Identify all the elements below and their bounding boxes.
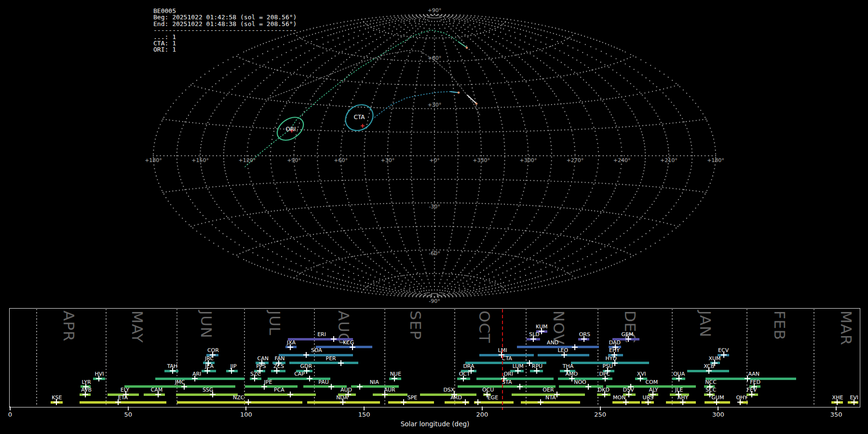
grid-dot: [600, 99, 601, 100]
grid-dot: [283, 155, 284, 156]
grid-dot: [313, 48, 314, 49]
grid-dot: [286, 209, 287, 210]
grid-dot: [376, 293, 377, 294]
grid-dot: [664, 74, 665, 75]
grid-dot: [528, 288, 529, 289]
grid-dot: [446, 21, 447, 22]
grid-dot: [702, 119, 703, 120]
grid-dot: [239, 95, 240, 96]
grid-dot: [636, 89, 637, 90]
grid-dot: [387, 169, 388, 170]
grid-dot: [434, 95, 435, 96]
grid-dot: [596, 93, 597, 94]
grid-dot: [492, 92, 493, 93]
grid-dot: [644, 164, 645, 165]
grid-dot: [381, 232, 382, 233]
grid-dot: [211, 116, 212, 117]
grid-dot: [604, 66, 605, 67]
grid-dot: [329, 205, 330, 206]
grid-dot: [382, 287, 383, 288]
grid-dot: [568, 155, 569, 156]
grid-dot: [357, 255, 358, 256]
grid-dot: [282, 229, 283, 230]
grid-dot: [370, 27, 371, 27]
grid-dot: [495, 30, 496, 31]
grid-dot: [213, 243, 214, 244]
grid-dot: [489, 294, 490, 295]
grid-dot: [268, 211, 269, 212]
grid-dot: [455, 102, 456, 103]
grid-dot: [419, 19, 420, 20]
grid-dot: [540, 232, 541, 233]
grid-dot: [625, 126, 626, 127]
grid-dot: [306, 267, 307, 268]
grid-dot: [514, 204, 515, 205]
grid-dot: [373, 228, 374, 229]
grid-dot: [672, 231, 673, 231]
grid-dot: [580, 210, 581, 211]
grid-dot: [515, 273, 516, 274]
grid-dot: [477, 277, 478, 278]
grid-dot: [450, 70, 451, 71]
grid-dot: [406, 283, 407, 284]
grid-dot: [547, 187, 548, 188]
grid-dot: [317, 145, 318, 146]
grid-dot: [413, 287, 414, 288]
grid-dot: [285, 106, 285, 107]
grid-dot: [177, 145, 178, 146]
grid-dot: [661, 189, 662, 190]
grid-dot: [354, 204, 355, 205]
grid-dot: [545, 190, 546, 191]
info-line: ORI: 1: [153, 46, 297, 53]
grid-dot: [423, 27, 424, 28]
grid-dot: [309, 276, 310, 277]
grid-dot: [389, 288, 390, 289]
grid-dot: [483, 155, 484, 156]
grid-dot: [499, 131, 500, 132]
grid-dot: [605, 80, 606, 81]
grid-dot: [318, 141, 319, 142]
grid-dot: [434, 187, 435, 188]
grid-dot: [321, 31, 322, 32]
shower-bar-PCA: [244, 393, 316, 396]
grid-dot: [181, 155, 182, 156]
grid-dot: [276, 128, 277, 129]
grid-dot: [410, 148, 411, 149]
grid-dot: [266, 100, 267, 101]
grid-dot: [419, 283, 420, 284]
grid-dot: [243, 63, 244, 64]
grid-dot: [603, 212, 604, 213]
grid-dot: [160, 155, 161, 156]
grid-dot: [389, 108, 390, 108]
grid-dot: [460, 272, 461, 273]
grid-dot: [472, 132, 473, 133]
grid-dot: [274, 100, 275, 101]
grid-dot: [613, 88, 614, 89]
grid-dot: [580, 100, 581, 101]
grid-dot: [488, 229, 489, 230]
grid-dot: [365, 138, 366, 139]
grid-dot: [263, 231, 264, 231]
grid-dot: [364, 56, 365, 57]
grid-dot: [472, 292, 473, 293]
grid-dot: [641, 179, 642, 180]
grid-dot: [243, 247, 244, 248]
grid-dot: [705, 117, 705, 118]
grid-dot: [467, 27, 468, 27]
grid-dot: [351, 240, 352, 241]
grid-dot: [352, 106, 353, 107]
grid-dot: [254, 120, 255, 121]
grid-dot: [632, 126, 633, 127]
grid-dot: [300, 244, 301, 244]
grid-dot: [160, 187, 161, 188]
grid-dot: [698, 106, 699, 107]
grid-dot: [200, 150, 201, 151]
grid-dot: [351, 81, 352, 82]
grid-dot: [676, 108, 677, 109]
grid-dot: [453, 84, 454, 85]
grid-dot: [401, 296, 402, 297]
grid-dot: [258, 212, 259, 213]
grid-dot: [694, 155, 695, 156]
grid-dot: [498, 258, 499, 259]
grid-dot: [176, 120, 176, 121]
